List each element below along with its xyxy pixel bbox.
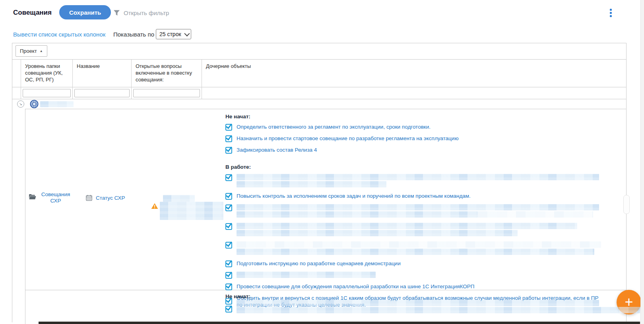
open-folder-icon (29, 194, 36, 204)
agenda-item: Зафиксировать состав Релиза 4 (225, 147, 606, 154)
page-size-select[interactable]: 25 строк (156, 29, 191, 39)
header-open-questions: Открытые вопросы включенные в повестку с… (132, 60, 202, 87)
header-expander-column (12, 60, 21, 87)
agenda-item: Повысить контроль за исполнением сроков … (225, 193, 606, 200)
chevron-down-icon (184, 31, 190, 37)
meeting-row: Совещания СХР Статус СХР (25, 109, 626, 290)
page-size-label: Показывать по (113, 31, 154, 38)
pinwheel-logo-icon (30, 100, 39, 108)
checked-task-icon[interactable] (225, 204, 232, 211)
filter-row (12, 87, 626, 99)
agenda-item-link[interactable]: Зафиксировать состав Релиза 4 (237, 147, 317, 153)
meetings-page: Совещания Сохранить Открыть фильтр Вывес… (0, 0, 644, 324)
page-title: Совещания (13, 9, 52, 17)
checked-task-icon[interactable] (225, 223, 232, 230)
checked-task-icon[interactable] (225, 242, 232, 249)
meetings-table: Проект ▲ Уровень папки совещания (УК, ОС… (12, 43, 627, 322)
table-header-row: Уровень папки совещания (УК, ОС, РП, РГ)… (12, 60, 626, 87)
agenda-item-link[interactable]: Определить ответственного за регламент п… (237, 123, 431, 130)
header-children: Дочерние объекты (202, 60, 626, 87)
checked-task-icon[interactable] (225, 124, 232, 131)
group-by-project-button[interactable]: Проект ▲ (16, 45, 47, 57)
show-hidden-columns-link[interactable]: Вывести список скрытых колонок (13, 31, 105, 38)
filter-folder-level-input[interactable] (23, 89, 71, 97)
warning-triangle-icon (151, 203, 158, 220)
agenda-item-link[interactable]: Повысить контроль за исполнением сроков … (237, 193, 471, 199)
meeting-name-link[interactable]: Статус СХР (96, 195, 125, 201)
checked-task-icon[interactable] (225, 174, 232, 181)
agenda-item: Подготовить инструкцию по разработке сце… (225, 260, 606, 267)
kebab-menu-icon[interactable] (607, 9, 614, 18)
checked-task-icon[interactable] (225, 193, 232, 200)
agenda-item-link[interactable]: Подготовить инструкцию по разработке сце… (237, 260, 401, 267)
censored-next-row-content (237, 300, 640, 314)
agenda-item: Определить ответственного за регламент п… (225, 123, 606, 131)
filter-open-questions-input[interactable] (133, 89, 200, 97)
agenda-item-link[interactable]: Назначить и провести стартовое совещание… (237, 135, 459, 142)
agenda-item-censored (225, 204, 606, 218)
checked-task-icon[interactable] (225, 306, 232, 312)
page-size-value: 25 строк (159, 31, 181, 37)
table-vertical-scrollbar-thumb[interactable] (623, 195, 630, 214)
children-objects-cell: Не начат: Определить ответственного за р… (225, 114, 606, 312)
checked-task-icon[interactable] (225, 272, 232, 279)
project-group-row: ↘ (12, 99, 626, 109)
status-group-label: В работе: (225, 164, 606, 170)
checked-task-icon[interactable] (225, 135, 232, 142)
status-group-label: Не начат: (225, 293, 626, 299)
calendar-icon (86, 195, 92, 201)
agenda-item: Провести совещание для обсуждения паралл… (225, 283, 606, 290)
censored-project-name (40, 101, 74, 107)
censored-open-questions (160, 195, 223, 220)
window-scrollbar-track[interactable] (640, 0, 644, 324)
expand-circle-arrow-icon[interactable]: ↘ (17, 100, 24, 108)
open-filter-button[interactable]: Открыть фильтр (113, 10, 169, 16)
folder-level-link[interactable]: Совещания СХР (39, 191, 72, 204)
open-questions-cell (151, 191, 223, 220)
agenda-item-censored (225, 241, 606, 256)
folder-level-cell: Совещания СХР (29, 191, 77, 204)
group-by-row: Проект ▲ (12, 43, 626, 60)
horizontal-scrollbar-thumb[interactable] (39, 322, 640, 324)
agenda-item: Назначить и провести стартовое совещание… (225, 135, 606, 142)
save-button[interactable]: Сохранить (59, 5, 111, 19)
open-filter-label: Открыть фильтр (124, 10, 169, 16)
agenda-item-censored (225, 174, 606, 188)
project-subtable: Совещания СХР Статус СХР (25, 109, 626, 324)
status-group-label: Не начат: (225, 114, 606, 120)
agenda-item-censored (225, 272, 606, 279)
name-cell: Статус СХР (86, 195, 125, 201)
checked-task-icon[interactable] (225, 284, 232, 290)
checked-task-icon[interactable] (225, 260, 232, 267)
header-name: Название (73, 60, 132, 87)
sort-asc-icon[interactable]: ▲ (40, 49, 43, 53)
agenda-item-link[interactable]: Провести совещание для обсуждения паралл… (237, 283, 474, 290)
checked-task-icon[interactable] (225, 147, 232, 154)
header-folder-level: Уровень папки совещания (УК, ОС, РП, РГ) (21, 60, 73, 87)
agenda-item-censored (225, 223, 606, 237)
funnel-icon (113, 10, 120, 16)
filter-name-input[interactable] (74, 89, 130, 97)
